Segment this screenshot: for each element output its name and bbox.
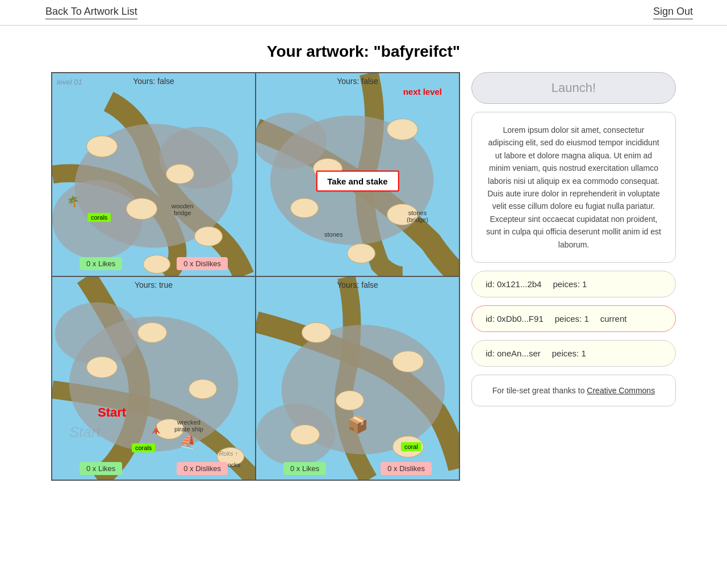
stone [189, 379, 217, 399]
token-id-0: id: 0x121...2b4 [486, 279, 541, 289]
stone [347, 243, 375, 263]
likes-badge-tl: 0 x Likes [80, 257, 122, 270]
stone [194, 226, 223, 246]
credits-text: For tile-set great thanks to [492, 386, 587, 395]
quadrant-bottom-left: Yours: true Start Start wreckedpirate sh… [52, 276, 256, 480]
creative-commons-link[interactable]: Creative Commons [587, 386, 655, 395]
dislikes-badge-br: 0 x Dislikes [381, 462, 432, 475]
stone [126, 198, 157, 220]
description-text: Lorem ipsum dolor sit amet, consectetur … [484, 124, 663, 251]
stone [387, 204, 418, 225]
roks-label: Roks ↑ [219, 450, 238, 457]
likes-badge-br: 0 x Likes [283, 462, 326, 475]
sign-out-link[interactable]: Sign Out [653, 6, 693, 19]
take-stake-button[interactable]: Take and stake [316, 170, 399, 191]
token-current-label: current [600, 314, 627, 324]
tower-icon: 🗼 [149, 421, 163, 434]
quadrant-tl-label: Yours: false [133, 77, 174, 86]
stone [387, 119, 418, 140]
level-watermark: level 01 [57, 78, 82, 86]
back-to-list-link[interactable]: Back To Artwork List [45, 6, 137, 19]
quadrant-tr-label: Yours: false [337, 77, 378, 86]
badge-row-bl: 0 x Likes 0 x Dislikes [52, 462, 255, 475]
stone [336, 390, 364, 410]
crate-icon: 📦 [347, 414, 368, 434]
token-row-1[interactable]: id: 0xDb0...F91 peices: 1 current [471, 305, 676, 332]
quadrant-top-right: Yours: false next level stones(bridge) s… [256, 73, 459, 276]
stone [166, 164, 194, 184]
corals-label-bl: corals [132, 443, 155, 452]
stone [290, 425, 320, 445]
dislikes-badge-bl: 0 x Dislikes [177, 462, 228, 475]
next-level-label: next level [403, 87, 442, 96]
token-id-2: id: oneAn...ser [486, 348, 541, 358]
stone [290, 198, 319, 218]
stone [86, 136, 118, 157]
launch-button[interactable]: Launch! [471, 72, 676, 104]
corals-label-tl: corals [87, 213, 111, 222]
token-pieces-2: peices: 1 [552, 348, 586, 358]
right-panel: Launch! Lorem ipsum dolor sit amet, cons… [471, 72, 676, 481]
ship-doodle: ⛵ [179, 432, 198, 451]
palm-tl: 🌴 [66, 195, 79, 208]
quadrant-bl-label: Yours: true [135, 280, 173, 289]
badge-row-br: 0 x Likes 0 x Dislikes [256, 462, 459, 475]
island-bg-br [256, 277, 459, 480]
stone [302, 322, 331, 343]
likes-badge-bl: 0 x Likes [80, 462, 122, 475]
header: Back To Artwork List Sign Out [0, 0, 727, 26]
token-id-1: id: 0xDb0...F91 [486, 314, 544, 324]
token-pieces-0: peices: 1 [553, 279, 587, 289]
badge-row-tl: 0 x Likes 0 x Dislikes [52, 257, 255, 270]
start-button[interactable]: Start [98, 405, 126, 420]
svg-point-6 [256, 112, 327, 169]
creative-commons-label: Creative Commons [587, 386, 655, 395]
token-pieces-1: peices: 1 [555, 314, 589, 324]
token-row-0[interactable]: id: 0x121...2b4 peices: 1 [471, 271, 676, 297]
page-title: Your artwork: "bafyreifct" [0, 43, 727, 61]
start-watermark: Start [69, 423, 101, 441]
description-box: Lorem ipsum dolor sit amet, consectetur … [471, 112, 676, 263]
token-row-2[interactable]: id: oneAn...ser peices: 1 [471, 340, 676, 367]
svg-point-9 [55, 303, 140, 364]
stone [392, 351, 424, 372]
dislikes-badge-tl: 0 x Dislikes [177, 257, 228, 270]
quadrant-top-left: Yours: false level 01 woodenbridg [52, 73, 256, 276]
stone [86, 356, 118, 378]
stone [137, 322, 167, 343]
island-bg-tl [52, 73, 255, 276]
quadrant-bottom-right: Yours: false 📦 coral 0 x Likes 0 x Di [256, 276, 459, 480]
quadrant-br-label: Yours: false [337, 280, 378, 289]
corals-label-br: coral [401, 442, 421, 451]
map-grid: Yours: false level 01 woodenbridg [51, 72, 460, 481]
main-layout: Yours: false level 01 woodenbridg [0, 72, 727, 481]
credits-box: For tile-set great thanks to Creative Co… [471, 375, 676, 406]
